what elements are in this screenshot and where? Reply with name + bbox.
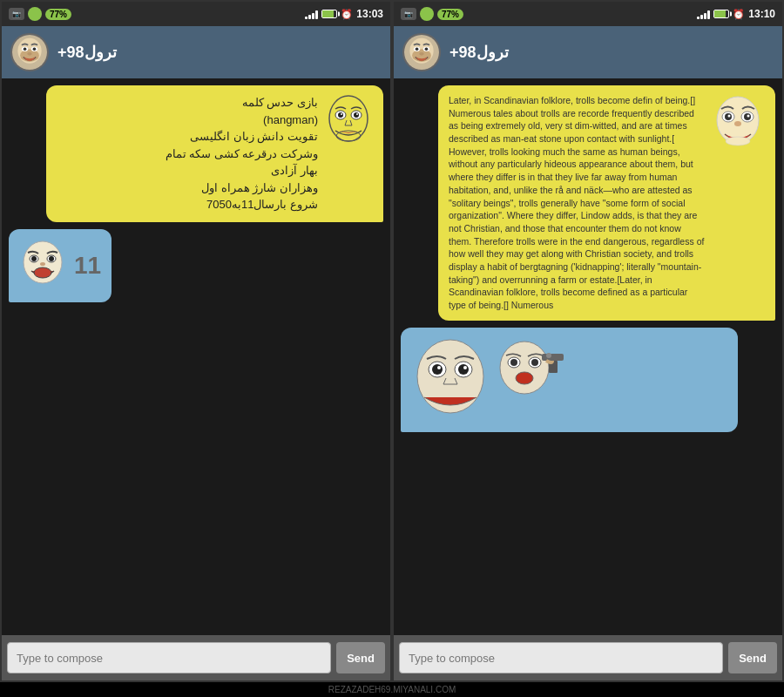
svg-point-47 xyxy=(500,342,549,394)
phone-2: 📷 77% ⏰ 13:10 xyxy=(392,0,784,682)
rage-comic-image xyxy=(411,336,568,423)
phone-1: 📷 77% ⏰ 13:03 xyxy=(0,0,392,682)
alarm-icon-2: ⏰ xyxy=(733,9,745,20)
svg-point-7 xyxy=(27,52,31,56)
signal-bar xyxy=(700,15,703,19)
alarm-icon-1: ⏰ xyxy=(341,9,353,20)
svg-point-14 xyxy=(356,113,358,115)
messages-area-2[interactable]: Later, in Scandinavian folklore, trolls … xyxy=(394,78,782,635)
svg-point-30 xyxy=(419,52,423,56)
message-text-1: بازی حدس کلمه (hangman) تقویت دانش زبان … xyxy=(57,94,318,213)
svg-point-22 xyxy=(34,267,51,278)
message-received-1: بازی حدس کلمه (hangman) تقویت دانش زبان … xyxy=(46,85,383,222)
svg-point-36 xyxy=(728,115,731,118)
avatar-1 xyxy=(10,33,49,71)
svg-point-51 xyxy=(531,359,538,366)
troll-sketch-1 xyxy=(325,92,373,153)
troll-face-avatar-1 xyxy=(12,33,47,71)
signal-bar xyxy=(308,15,311,19)
message-sent-2 xyxy=(401,328,738,432)
svg-point-50 xyxy=(510,359,517,366)
troll-face-in-bubble-2 xyxy=(713,94,765,154)
chat-header-2: ترول98+ xyxy=(394,26,782,78)
send-button-1[interactable]: Send xyxy=(336,642,385,673)
watermark: REZAZADEH69.MIYANALI.COM xyxy=(0,682,784,697)
camera-icon: 📷 xyxy=(9,8,24,20)
status-bar-2: 📷 77% ⏰ 13:10 xyxy=(394,2,782,26)
avatar-2 xyxy=(402,33,441,71)
svg-point-54 xyxy=(546,353,551,358)
message-text-2: Later, in Scandinavian folklore, trolls … xyxy=(449,94,706,312)
signal-bar xyxy=(707,10,710,19)
svg-point-19 xyxy=(31,256,37,261)
troll-face-avatar-2 xyxy=(404,33,439,71)
signal-bar xyxy=(704,13,706,19)
svg-point-44 xyxy=(458,364,469,375)
svg-point-13 xyxy=(341,113,342,115)
status-right-1: ⏰ 13:03 xyxy=(305,8,383,20)
messages-area-1[interactable]: بازی حدس کلمه (hangman) تقویت دانش زبان … xyxy=(2,78,390,635)
compose-input-2[interactable] xyxy=(399,642,723,673)
svg-point-15 xyxy=(336,131,361,141)
android-icon xyxy=(28,7,42,21)
status-bar-1: 📷 77% ⏰ 13:03 xyxy=(2,2,390,26)
signal-bar xyxy=(305,17,308,19)
signal-bars-1 xyxy=(305,9,318,19)
battery-percentage-2: 77% xyxy=(437,9,463,20)
signal-bar xyxy=(312,13,314,19)
battery-percentage-1: 77% xyxy=(45,9,71,20)
svg-point-45 xyxy=(437,366,441,369)
send-button-2[interactable]: Send xyxy=(728,642,777,673)
sent-face-icon-1 xyxy=(19,238,67,294)
status-left-2: 📷 77% xyxy=(401,7,463,21)
status-right-2: ⏰ 13:10 xyxy=(697,8,775,20)
sent-number-1: 11 xyxy=(74,252,101,280)
svg-point-46 xyxy=(463,366,467,369)
svg-point-39 xyxy=(726,137,750,145)
svg-point-6 xyxy=(33,48,37,51)
chat-name-1: ترول98+ xyxy=(57,43,117,62)
signal-bar xyxy=(697,17,700,19)
troll-color-face xyxy=(713,94,763,151)
battery-icon-2 xyxy=(713,10,729,18)
svg-point-37 xyxy=(747,115,750,118)
svg-point-8 xyxy=(329,96,368,141)
status-left-1: 📷 77% xyxy=(9,7,71,21)
svg-point-11 xyxy=(338,112,343,118)
svg-point-20 xyxy=(49,256,54,261)
troll-drawing-received-1 xyxy=(325,94,373,151)
svg-point-52 xyxy=(516,372,533,384)
svg-point-21 xyxy=(40,262,45,266)
chat-header-1: ترول98+ xyxy=(2,26,390,78)
compose-input-1[interactable] xyxy=(7,642,331,673)
battery-icon-1 xyxy=(321,10,337,18)
chat-name-2: ترول98+ xyxy=(449,43,509,62)
time-1: 13:03 xyxy=(356,8,383,20)
signal-bars-2 xyxy=(697,9,710,19)
android-icon-2 xyxy=(420,7,434,21)
message-sent-1: 11 xyxy=(9,229,112,302)
rage-face-1 xyxy=(19,238,67,290)
gun-barrel xyxy=(542,354,564,361)
svg-point-5 xyxy=(24,48,27,51)
svg-point-12 xyxy=(354,112,359,118)
svg-point-29 xyxy=(425,48,429,51)
message-received-2: Later, in Scandinavian folklore, trolls … xyxy=(438,85,775,321)
compose-bar-1: Send xyxy=(2,635,390,680)
signal-bar xyxy=(315,10,318,19)
svg-point-38 xyxy=(734,121,741,126)
svg-point-43 xyxy=(432,364,443,375)
svg-point-28 xyxy=(416,48,419,51)
compose-bar-2: Send xyxy=(394,635,782,680)
camera-icon-2: 📷 xyxy=(401,8,416,20)
time-2: 13:10 xyxy=(748,8,775,20)
